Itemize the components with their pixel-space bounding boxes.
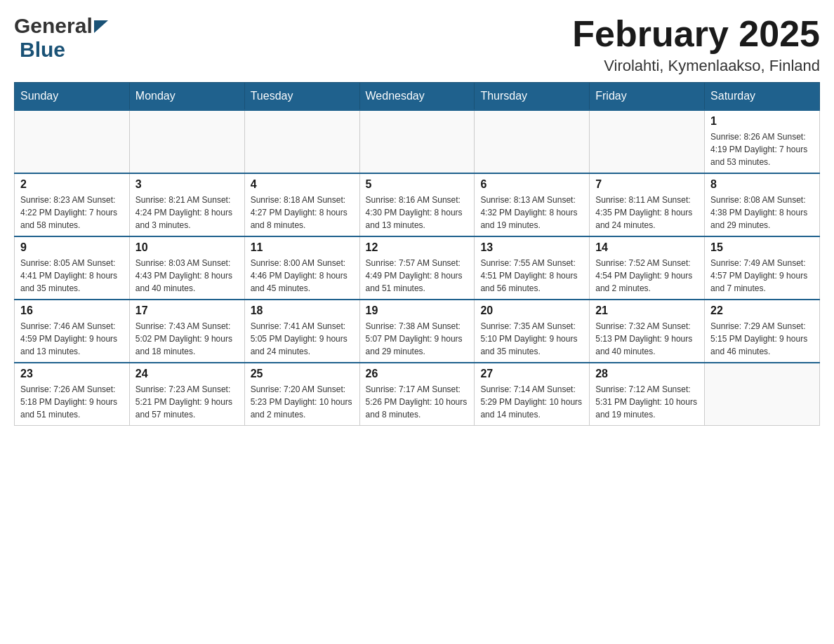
- calendar-cell: [129, 110, 244, 173]
- logo-blue-text: Blue: [20, 38, 65, 61]
- day-number: 20: [480, 304, 583, 317]
- day-info: Sunrise: 8:18 AM Sunset: 4:27 PM Dayligh…: [251, 194, 354, 232]
- day-number: 25: [251, 368, 354, 380]
- day-info: Sunrise: 7:32 AM Sunset: 5:13 PM Dayligh…: [595, 320, 699, 358]
- day-info: Sunrise: 7:26 AM Sunset: 5:18 PM Dayligh…: [20, 383, 124, 421]
- day-number: 21: [595, 304, 699, 317]
- calendar-cell: [15, 110, 130, 173]
- calendar-cell: 28Sunrise: 7:12 AM Sunset: 5:31 PM Dayli…: [590, 363, 705, 426]
- day-number: 23: [20, 368, 124, 380]
- calendar-table: SundayMondayTuesdayWednesdayThursdayFrid…: [14, 82, 820, 426]
- calendar-cell: 14Sunrise: 7:52 AM Sunset: 4:54 PM Dayli…: [590, 236, 705, 300]
- logo-arrow-icon: [94, 20, 108, 33]
- calendar-cell: [359, 110, 475, 173]
- svg-marker-0: [94, 20, 108, 33]
- day-info: Sunrise: 8:21 AM Sunset: 4:24 PM Dayligh…: [135, 194, 239, 232]
- weekday-header-friday: Friday: [590, 83, 705, 111]
- calendar-cell: 13Sunrise: 7:55 AM Sunset: 4:51 PM Dayli…: [475, 236, 590, 300]
- day-info: Sunrise: 8:13 AM Sunset: 4:32 PM Dayligh…: [480, 194, 583, 232]
- calendar-cell: 8Sunrise: 8:08 AM Sunset: 4:38 PM Daylig…: [705, 173, 820, 236]
- calendar-cell: 20Sunrise: 7:35 AM Sunset: 5:10 PM Dayli…: [475, 300, 590, 363]
- calendar-cell: 21Sunrise: 7:32 AM Sunset: 5:13 PM Dayli…: [590, 300, 705, 363]
- calendar-cell: 26Sunrise: 7:17 AM Sunset: 5:26 PM Dayli…: [359, 363, 475, 426]
- calendar-cell: 6Sunrise: 8:13 AM Sunset: 4:32 PM Daylig…: [475, 173, 590, 236]
- day-number: 11: [251, 241, 354, 254]
- day-info: Sunrise: 7:49 AM Sunset: 4:57 PM Dayligh…: [710, 257, 814, 295]
- calendar-cell: 3Sunrise: 8:21 AM Sunset: 4:24 PM Daylig…: [129, 173, 244, 236]
- day-number: 27: [480, 368, 583, 380]
- calendar-cell: [475, 110, 590, 173]
- calendar-week-row: 16Sunrise: 7:46 AM Sunset: 4:59 PM Dayli…: [15, 300, 820, 363]
- calendar-week-row: 23Sunrise: 7:26 AM Sunset: 5:18 PM Dayli…: [15, 363, 820, 426]
- day-number: 24: [135, 368, 239, 380]
- day-info: Sunrise: 8:05 AM Sunset: 4:41 PM Dayligh…: [20, 257, 124, 295]
- day-number: 6: [480, 178, 583, 191]
- day-info: Sunrise: 7:29 AM Sunset: 5:15 PM Dayligh…: [710, 320, 814, 358]
- calendar-cell: 22Sunrise: 7:29 AM Sunset: 5:15 PM Dayli…: [705, 300, 820, 363]
- calendar-cell: 18Sunrise: 7:41 AM Sunset: 5:05 PM Dayli…: [244, 300, 359, 363]
- day-number: 19: [366, 304, 469, 317]
- day-info: Sunrise: 7:41 AM Sunset: 5:05 PM Dayligh…: [251, 320, 354, 358]
- calendar-week-row: 9Sunrise: 8:05 AM Sunset: 4:41 PM Daylig…: [15, 236, 820, 300]
- calendar-cell: 23Sunrise: 7:26 AM Sunset: 5:18 PM Dayli…: [15, 363, 130, 426]
- day-number: 2: [20, 178, 124, 191]
- day-number: 13: [480, 241, 583, 254]
- calendar-week-row: 2Sunrise: 8:23 AM Sunset: 4:22 PM Daylig…: [15, 173, 820, 236]
- day-info: Sunrise: 8:03 AM Sunset: 4:43 PM Dayligh…: [135, 257, 239, 295]
- calendar-header: February 2025 Virolahti, Kymenlaakso, Fi…: [572, 14, 820, 75]
- calendar-cell: 19Sunrise: 7:38 AM Sunset: 5:07 PM Dayli…: [359, 300, 475, 363]
- day-number: 1: [710, 115, 814, 128]
- calendar-week-row: 1Sunrise: 8:26 AM Sunset: 4:19 PM Daylig…: [15, 110, 820, 173]
- calendar-header-row: SundayMondayTuesdayWednesdayThursdayFrid…: [15, 83, 820, 111]
- day-info: Sunrise: 7:12 AM Sunset: 5:31 PM Dayligh…: [595, 383, 699, 421]
- day-info: Sunrise: 8:26 AM Sunset: 4:19 PM Dayligh…: [710, 130, 814, 168]
- calendar-cell: 10Sunrise: 8:03 AM Sunset: 4:43 PM Dayli…: [129, 236, 244, 300]
- day-number: 28: [595, 368, 699, 380]
- calendar-cell: 25Sunrise: 7:20 AM Sunset: 5:23 PM Dayli…: [244, 363, 359, 426]
- calendar-title: February 2025: [572, 14, 820, 54]
- day-info: Sunrise: 7:52 AM Sunset: 4:54 PM Dayligh…: [595, 257, 699, 295]
- day-info: Sunrise: 7:38 AM Sunset: 5:07 PM Dayligh…: [366, 320, 469, 358]
- day-number: 7: [595, 178, 699, 191]
- day-number: 17: [135, 304, 239, 317]
- day-number: 10: [135, 241, 239, 254]
- calendar-cell: 5Sunrise: 8:16 AM Sunset: 4:30 PM Daylig…: [359, 173, 475, 236]
- calendar-cell: [705, 363, 820, 426]
- calendar-cell: 24Sunrise: 7:23 AM Sunset: 5:21 PM Dayli…: [129, 363, 244, 426]
- day-info: Sunrise: 7:14 AM Sunset: 5:29 PM Dayligh…: [480, 383, 583, 421]
- calendar-cell: 11Sunrise: 8:00 AM Sunset: 4:46 PM Dayli…: [244, 236, 359, 300]
- calendar-cell: 7Sunrise: 8:11 AM Sunset: 4:35 PM Daylig…: [590, 173, 705, 236]
- day-info: Sunrise: 7:20 AM Sunset: 5:23 PM Dayligh…: [251, 383, 354, 421]
- day-number: 12: [366, 241, 469, 254]
- calendar-cell: 17Sunrise: 7:43 AM Sunset: 5:02 PM Dayli…: [129, 300, 244, 363]
- day-info: Sunrise: 7:55 AM Sunset: 4:51 PM Dayligh…: [480, 257, 583, 295]
- day-info: Sunrise: 7:23 AM Sunset: 5:21 PM Dayligh…: [135, 383, 239, 421]
- calendar-cell: 9Sunrise: 8:05 AM Sunset: 4:41 PM Daylig…: [15, 236, 130, 300]
- day-number: 22: [710, 304, 814, 317]
- day-number: 16: [20, 304, 124, 317]
- day-info: Sunrise: 8:11 AM Sunset: 4:35 PM Dayligh…: [595, 194, 699, 232]
- day-info: Sunrise: 8:00 AM Sunset: 4:46 PM Dayligh…: [251, 257, 354, 295]
- day-number: 4: [251, 178, 354, 191]
- weekday-header-sunday: Sunday: [15, 83, 130, 111]
- day-number: 18: [251, 304, 354, 317]
- calendar-cell: 1Sunrise: 8:26 AM Sunset: 4:19 PM Daylig…: [705, 110, 820, 173]
- calendar-cell: [244, 110, 359, 173]
- day-info: Sunrise: 8:16 AM Sunset: 4:30 PM Dayligh…: [366, 194, 469, 232]
- logo-general-text: General: [14, 14, 93, 38]
- day-number: 15: [710, 241, 814, 254]
- day-number: 5: [366, 178, 469, 191]
- day-number: 8: [710, 178, 814, 191]
- day-info: Sunrise: 7:46 AM Sunset: 4:59 PM Dayligh…: [20, 320, 124, 358]
- day-number: 9: [20, 241, 124, 254]
- weekday-header-tuesday: Tuesday: [244, 83, 359, 111]
- day-info: Sunrise: 7:57 AM Sunset: 4:49 PM Dayligh…: [366, 257, 469, 295]
- day-info: Sunrise: 7:17 AM Sunset: 5:26 PM Dayligh…: [366, 383, 469, 421]
- calendar-subtitle: Virolahti, Kymenlaakso, Finland: [572, 57, 820, 75]
- day-info: Sunrise: 7:43 AM Sunset: 5:02 PM Dayligh…: [135, 320, 239, 358]
- calendar-cell: 12Sunrise: 7:57 AM Sunset: 4:49 PM Dayli…: [359, 236, 475, 300]
- day-number: 3: [135, 178, 239, 191]
- logo: General Blue: [14, 14, 108, 62]
- day-number: 14: [595, 241, 699, 254]
- weekday-header-thursday: Thursday: [475, 83, 590, 111]
